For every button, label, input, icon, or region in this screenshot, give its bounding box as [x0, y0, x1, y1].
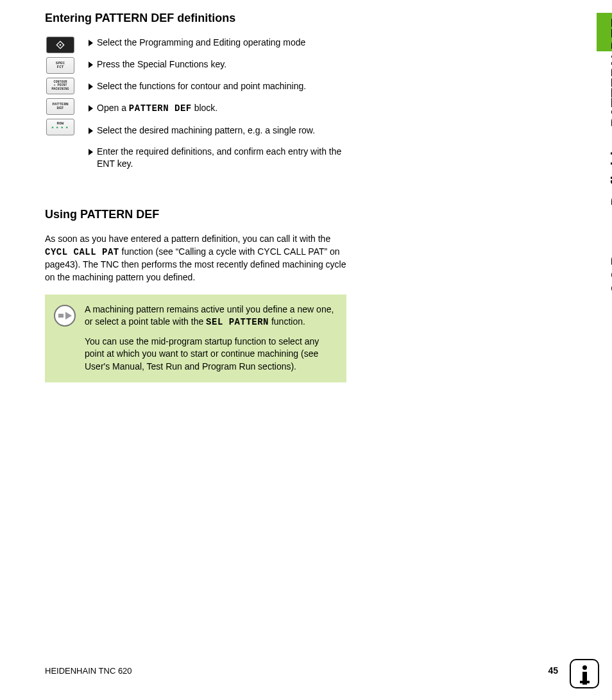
arrow-head [65, 312, 72, 320]
side-tab-label: 2.2 Pattern Definition PATTERN DEF [608, 18, 612, 293]
softkey-icon-column: SPEC FCT CONTOUR + POINT MACHINING PATTE… [45, 37, 76, 180]
note-p1-post: function. [269, 316, 305, 327]
footer-doc-title: HEIDENHAIN TNC 620 [45, 666, 132, 676]
programming-mode-icon [46, 37, 74, 53]
step-text-mono: PATTERN DEF [129, 103, 192, 114]
row-softkey-dots-icon: •••• [51, 126, 70, 132]
section-1-heading: Entering PATTERN DEF definitions [45, 12, 346, 25]
step-item: Enter the required definitions, and conf… [89, 146, 346, 170]
note-paragraph: A machining pattern remains active until… [85, 303, 337, 329]
para-mono: CYCL CALL PAT [45, 247, 119, 257]
bullet-triangle-icon [89, 83, 93, 90]
note-paragraph: You can use the mid-program startup func… [85, 336, 337, 373]
note-arrow-icon [54, 305, 76, 327]
info-icon [570, 659, 599, 688]
main-content: Entering PATTERN DEF definitions SPEC FC… [45, 12, 346, 382]
bullet-triangle-icon [89, 128, 93, 134]
contour-point-machining-softkey-icon: CONTOUR + POINT MACHINING [46, 78, 74, 94]
footer-page-number: 45 [548, 665, 558, 676]
bullet-triangle-icon [89, 62, 93, 68]
section-2-paragraph: As soon as you have entered a pattern de… [45, 233, 346, 284]
steps-list: Select the Programming and Editing opera… [89, 37, 346, 180]
step-text-suffix: block. [192, 103, 217, 113]
section-2-heading: Using PATTERN DEF [45, 208, 346, 221]
spec-fct-softkey-icon: SPEC FCT [46, 57, 74, 74]
step-item: Select the functions for contour and poi… [89, 80, 346, 92]
bullet-triangle-icon [89, 40, 93, 46]
step-text: Select the functions for contour and poi… [97, 80, 346, 92]
step-text: Open a PATTERN DEF block. [97, 102, 346, 115]
page-footer: HEIDENHAIN TNC 620 45 [45, 665, 558, 676]
step-item: Select the desired machining pattern, e.… [89, 124, 346, 137]
pattern-def-softkey-icon: PATTERN DEF [46, 98, 74, 115]
step-text-prefix: Open a [97, 103, 129, 113]
steps-block: SPEC FCT CONTOUR + POINT MACHINING PATTE… [45, 37, 346, 180]
note-p1-mono: SEL PATTERN [206, 317, 269, 327]
note-box: A machining pattern remains active until… [45, 295, 346, 382]
step-text: Select the desired machining pattern, e.… [97, 124, 346, 137]
step-item: Select the Programming and Editing opera… [89, 37, 346, 49]
step-item: Press the Special Functions key. [89, 58, 346, 71]
info-foot [580, 681, 590, 683]
step-text: Press the Special Functions key. [97, 58, 346, 71]
page: 2.2 Pattern Definition PATTERN DEF Enter… [0, 0, 612, 700]
step-text: Select the Programming and Editing opera… [97, 37, 346, 49]
bullet-triangle-icon [89, 149, 93, 155]
svg-point-1 [60, 44, 62, 46]
note-text: A machining pattern remains active until… [85, 303, 337, 373]
info-dot [582, 665, 587, 670]
step-text: Enter the required definitions, and conf… [97, 146, 346, 170]
para-pre: As soon as you have entered a pattern de… [45, 234, 330, 244]
step-item: Open a PATTERN DEF block. [89, 102, 346, 115]
row-softkey-icon: ROW •••• [46, 119, 74, 135]
bullet-triangle-icon [89, 105, 93, 112]
arrow-stem [58, 314, 64, 318]
side-tab: 2.2 Pattern Definition PATTERN DEF [590, 13, 612, 327]
section-2: Using PATTERN DEF As soon as you have en… [45, 208, 346, 382]
